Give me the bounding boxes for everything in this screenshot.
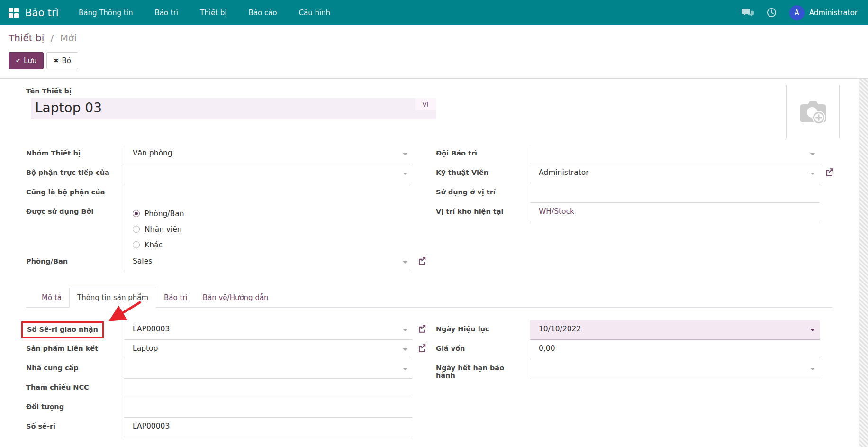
- field-widget-vi-tri-kho-hien-tai[interactable]: WH/Stock: [530, 203, 820, 222]
- field-widget-san-pham-lien-ket[interactable]: Laptop: [124, 340, 412, 359]
- field-widget-ngay-het-han-bao-hanh[interactable]: [530, 359, 820, 379]
- field-row-so-se-ri: Số sê-riLAP00003: [26, 418, 412, 437]
- nav-menu-item-thi-t-b-[interactable]: Thiết bị: [200, 9, 226, 17]
- radio-icon-nhan-vien: [133, 226, 140, 233]
- app-name[interactable]: Bảo trì: [25, 7, 59, 18]
- field-widget-doi-tuong[interactable]: [124, 398, 412, 418]
- field-value-gia-von: 0,00: [539, 344, 555, 353]
- equipment-name-value: Laptop 03: [35, 100, 102, 116]
- form-actions: ✔ Lưu ✖ Bỏ: [9, 52, 78, 69]
- discard-button[interactable]: ✖ Bỏ: [46, 52, 78, 69]
- field-widget-nhom-thiet-bi[interactable]: Văn phòng: [124, 145, 412, 164]
- annotation-box: Số Sê-ri giao nhận: [21, 321, 104, 338]
- field-label-nhom-thiet-bi: Nhóm Thiết bị: [26, 145, 124, 164]
- field-widget-gia-von[interactable]: 0,00: [530, 340, 820, 359]
- equipment-photo-upload[interactable]: [786, 85, 840, 138]
- field-row-cung-la-bo-phan-cua: Cũng là bộ phận của: [26, 183, 412, 203]
- nav-menu-item-c-u-h-nh[interactable]: Cấu hình: [299, 9, 331, 17]
- field-label-duoc-su-dung-boi: Được sử dụng Bởi: [26, 203, 124, 253]
- activities-clock-icon[interactable]: [767, 8, 777, 18]
- tab-b-n-v-h-ng-d-n[interactable]: Bản vẽ/Hướng dẫn: [195, 288, 276, 307]
- field-widget-nha-cung-cap[interactable]: [124, 359, 412, 379]
- equipment-name-label: Tên Thiết bị: [26, 87, 72, 95]
- field-value-phong-ban: Sales: [133, 257, 152, 265]
- radio-icon-khac: [133, 241, 140, 248]
- save-button[interactable]: ✔ Lưu: [9, 52, 44, 69]
- nav-menu-item-b-o-c-o[interactable]: Báo cáo: [248, 9, 277, 17]
- external-link-icon[interactable]: [825, 168, 834, 177]
- radio-option-khac[interactable]: Khác: [133, 237, 398, 253]
- breadcrumb: Thiết bị / Mới: [9, 32, 77, 44]
- field-widget-doi-bao-tri[interactable]: [530, 145, 820, 164]
- field-row-nhom-thiet-bi: Nhóm Thiết bịVăn phòng: [26, 145, 412, 164]
- field-value-ngay-hieu-luc: 10/10/2022: [539, 325, 581, 333]
- radio-icon-phong-ban: [133, 210, 140, 217]
- chevron-down-icon: [403, 173, 407, 175]
- external-link-icon[interactable]: [417, 344, 426, 353]
- field-row-ky-thuat-vien: Kỹ thuật ViênAdministrator: [436, 164, 820, 183]
- field-widget-so-se-ri-giao-nhan[interactable]: LAP00003: [124, 320, 412, 340]
- group-tab-right: Ngày Hiệu lực10/10/2022Giá vốn0,00Ngày h…: [436, 320, 820, 379]
- field-widget-ngay-hieu-luc[interactable]: 10/10/2022: [530, 320, 820, 340]
- app-menu: Bảng Thông tinBảo trìThiết bịBáo cáoCấu …: [79, 9, 352, 17]
- field-value-so-se-ri: LAP00003: [133, 422, 170, 430]
- field-label-tham-chieu-ncc: Tham chiếu NCC: [26, 379, 124, 398]
- field-label-cung-la-bo-phan-cua: Cũng là bộ phận của: [26, 183, 124, 203]
- field-label-vi-tri-kho-hien-tai: Vị trí kho hiện tại: [436, 203, 530, 222]
- check-icon: ✔: [16, 58, 20, 64]
- field-widget-cung-la-bo-phan-cua[interactable]: [124, 183, 412, 203]
- radio-option-nhan-vien[interactable]: Nhân viên: [133, 221, 398, 237]
- field-row-duoc-su-dung-boi: Được sử dụng BởiPhòng/BanNhân viênKhác: [26, 203, 412, 253]
- tab-b-o-tr-[interactable]: Bảo trì: [156, 288, 195, 307]
- group-main-right: Đội Bảo trìKỹ thuật ViênAdministratorSử …: [436, 145, 820, 222]
- field-label-so-se-ri-giao-nhan: Số Sê-ri giao nhận: [26, 320, 124, 340]
- field-value-nhom-thiet-bi: Văn phòng: [133, 149, 172, 157]
- radio-label-phong-ban: Phòng/Ban: [145, 210, 184, 218]
- field-label-nha-cung-cap: Nhà cung cấp: [26, 359, 124, 379]
- radio-option-phong-ban[interactable]: Phòng/Ban: [133, 206, 398, 221]
- field-row-ngay-hieu-luc: Ngày Hiệu lực10/10/2022: [436, 320, 820, 340]
- field-widget-ky-thuat-vien[interactable]: Administrator: [530, 164, 820, 183]
- field-widget-so-se-ri[interactable]: LAP00003: [124, 418, 412, 437]
- chevron-down-icon: [403, 348, 407, 351]
- nav-menu-item-b-ng-th-ng-tin[interactable]: Bảng Thông tin: [79, 9, 133, 17]
- field-label-ngay-het-han-bao-hanh: Ngày hết hạn bảo hành: [436, 359, 530, 379]
- chevron-down-icon: [403, 368, 407, 370]
- field-widget-su-dung-o-vi-tri[interactable]: [530, 183, 820, 203]
- messages-icon[interactable]: [742, 8, 754, 18]
- field-row-doi-bao-tri: Đội Bảo trì: [436, 145, 820, 164]
- field-row-san-pham-lien-ket: Sản phẩm Liên kếtLaptop: [26, 340, 412, 359]
- field-label-so-se-ri: Số sê-ri: [26, 418, 124, 437]
- chevron-down-icon: [403, 153, 407, 155]
- chevron-down-icon: [403, 261, 407, 264]
- camera-plus-icon: [798, 97, 828, 127]
- group-tab-left: Số Sê-ri giao nhậnLAP00003Sản phẩm Liên …: [26, 320, 412, 437]
- equipment-name-input[interactable]: Laptop 03 VI: [31, 98, 436, 119]
- field-row-tham-chieu-ncc: Tham chiếu NCC: [26, 379, 412, 398]
- field-label-gia-von: Giá vốn: [436, 340, 530, 359]
- chevron-down-icon: [810, 153, 815, 155]
- field-value-vi-tri-kho-hien-tai: WH/Stock: [539, 207, 574, 216]
- field-label-phong-ban: Phòng/Ban: [26, 253, 124, 272]
- field-row-ngay-het-han-bao-hanh: Ngày hết hạn bảo hành: [436, 359, 820, 379]
- field-value-so-se-ri-giao-nhan: LAP00003: [133, 325, 170, 333]
- nav-menu-item-b-o-tr-[interactable]: Bảo trì: [154, 9, 178, 17]
- field-label-ky-thuat-vien: Kỹ thuật Viên: [436, 164, 530, 183]
- breadcrumb-parent-link[interactable]: Thiết bị: [9, 32, 44, 44]
- field-widget-duoc-su-dung-boi: Phòng/BanNhân viênKhác: [124, 203, 412, 253]
- chevron-down-icon: [810, 368, 815, 370]
- field-label-su-dung-o-vi-tri: Sử dụng ở vị trí: [436, 183, 530, 203]
- external-link-icon[interactable]: [417, 324, 426, 333]
- chevron-down-icon: [810, 173, 815, 175]
- field-widget-tham-chieu-ncc[interactable]: [124, 379, 412, 398]
- field-widget-phong-ban[interactable]: Sales: [124, 253, 412, 272]
- apps-menu-icon[interactable]: [9, 8, 19, 18]
- user-menu[interactable]: Administrator: [809, 9, 858, 17]
- user-avatar[interactable]: A: [789, 5, 805, 20]
- tab-m-t-[interactable]: Mô tả: [34, 288, 69, 307]
- field-widget-bo-phan-truc-tiep-cua[interactable]: [124, 164, 412, 183]
- tab-th-ng-tin-s-n-ph-m[interactable]: Thông tin sản phẩm: [69, 288, 156, 308]
- field-row-bo-phan-truc-tiep-cua: Bộ phận trực tiếp của: [26, 164, 412, 183]
- external-link-icon[interactable]: [417, 256, 426, 265]
- translation-badge[interactable]: VI: [415, 98, 436, 110]
